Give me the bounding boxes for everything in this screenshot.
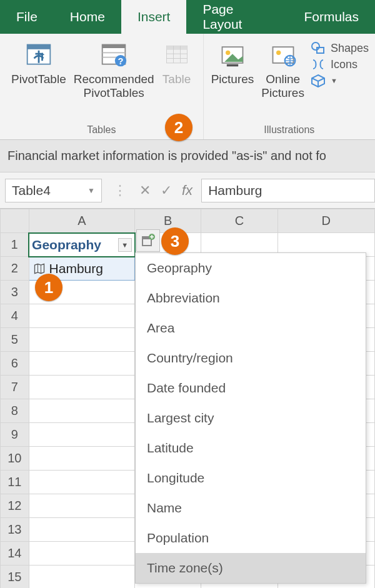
row-header[interactable]: 4 bbox=[1, 304, 29, 328]
cell[interactable]: Geopraphy▼ bbox=[29, 233, 135, 257]
icons-button[interactable]: Icons bbox=[311, 57, 369, 71]
column-header-c[interactable]: C bbox=[201, 209, 278, 233]
cell[interactable] bbox=[29, 304, 135, 328]
svg-point-16 bbox=[226, 51, 230, 55]
dropdown-item[interactable]: Time zone(s) bbox=[136, 553, 366, 583]
cell[interactable] bbox=[29, 566, 135, 589]
column-header-a[interactable]: A bbox=[29, 209, 135, 233]
select-all-corner[interactable] bbox=[1, 209, 29, 233]
svg-rect-18 bbox=[227, 64, 238, 67]
row-header[interactable]: 11 bbox=[1, 471, 29, 494]
dropdown-item[interactable]: Population bbox=[136, 523, 366, 553]
pivottable-button[interactable]: PivotTable bbox=[8, 37, 70, 124]
cell[interactable] bbox=[29, 471, 135, 494]
tab-page-layout[interactable]: Page Layout bbox=[186, 0, 288, 34]
row-header[interactable]: 3 bbox=[1, 281, 29, 304]
dropdown-item[interactable]: Area bbox=[136, 313, 366, 343]
cell[interactable] bbox=[29, 399, 135, 423]
dropdown-item[interactable]: Date founded bbox=[136, 373, 366, 403]
insert-data-column-button[interactable] bbox=[136, 229, 160, 252]
annotation-badge-2: 2 bbox=[165, 114, 192, 141]
shapes-icon bbox=[311, 41, 326, 55]
tab-insert[interactable]: Insert bbox=[121, 0, 187, 34]
column-header-d[interactable]: D bbox=[278, 209, 375, 233]
fx-label[interactable]: fx bbox=[177, 182, 198, 199]
online-pictures-icon bbox=[268, 40, 298, 70]
row-header[interactable]: 7 bbox=[1, 376, 29, 399]
row-header[interactable]: 12 bbox=[1, 494, 29, 518]
3d-models-button[interactable]: ▼ bbox=[311, 74, 369, 87]
online-pictures-button[interactable]: Online Pictures bbox=[258, 37, 308, 124]
dropdown-item[interactable]: Geopraphy bbox=[136, 253, 366, 283]
data-type-fields-menu: GeopraphyAbbreviationAreaCountry/regionD… bbox=[135, 252, 366, 584]
formula-bar-input[interactable]: Hamburg bbox=[201, 179, 375, 202]
pivottable-label: PivotTable bbox=[11, 72, 66, 86]
cancel-formula-button[interactable]: ✕ bbox=[134, 182, 156, 199]
tab-formulas[interactable]: Formulas bbox=[288, 0, 375, 34]
svg-rect-1 bbox=[28, 45, 51, 49]
table-button[interactable]: Table bbox=[158, 37, 196, 124]
row-header[interactable]: 9 bbox=[1, 423, 29, 447]
filter-dropdown-button[interactable]: ▼ bbox=[118, 238, 132, 252]
message-bar: Financial market information is provided… bbox=[0, 140, 375, 172]
table-icon bbox=[162, 40, 192, 70]
dropdown-item[interactable]: Abbreviation bbox=[136, 283, 366, 313]
row-header[interactable]: 6 bbox=[1, 352, 29, 376]
row-header[interactable]: 15 bbox=[1, 566, 29, 589]
pictures-button[interactable]: Pictures bbox=[208, 37, 258, 124]
chevron-down-icon: ▼ bbox=[331, 77, 338, 84]
svg-point-20 bbox=[276, 51, 281, 55]
row-header[interactable]: 1 bbox=[1, 233, 29, 257]
cell[interactable] bbox=[29, 423, 135, 447]
chevron-down-icon: ▼ bbox=[88, 186, 95, 195]
svg-rect-23 bbox=[317, 47, 324, 53]
add-column-icon bbox=[141, 233, 156, 248]
accept-formula-button[interactable]: ✓ bbox=[156, 182, 177, 199]
shapes-label: Shapes bbox=[331, 42, 369, 55]
row-header[interactable]: 13 bbox=[1, 518, 29, 542]
cell[interactable] bbox=[29, 376, 135, 399]
svg-rect-10 bbox=[166, 46, 187, 49]
shapes-button[interactable]: Shapes bbox=[311, 41, 369, 55]
name-box-value: Table4 bbox=[12, 183, 51, 198]
recommended-pivottables-button[interactable]: ? Recommended PivotTables bbox=[70, 37, 158, 124]
icons-label: Icons bbox=[331, 58, 358, 71]
dropdown-item[interactable]: Country/region bbox=[136, 343, 366, 373]
table-header-label: Geopraphy bbox=[32, 237, 101, 252]
online-pictures-label: Online Pictures bbox=[261, 72, 304, 100]
table-label: Table bbox=[162, 72, 191, 86]
row-header[interactable]: 10 bbox=[1, 447, 29, 471]
row-header[interactable]: 5 bbox=[1, 328, 29, 352]
annotation-badge-3: 3 bbox=[161, 227, 189, 255]
annotation-badge-1: 1 bbox=[35, 274, 62, 301]
cell[interactable] bbox=[29, 328, 135, 352]
spreadsheet-grid: A B C D 1Geopraphy▼2Hamburg3456789101112… bbox=[0, 209, 375, 588]
svg-text:?: ? bbox=[118, 56, 124, 66]
ribbon-group-illustrations: Pictures Online Pictures Shapes Icons bbox=[204, 34, 375, 139]
cube-icon bbox=[311, 74, 326, 87]
cell[interactable] bbox=[29, 447, 135, 471]
ribbon-tabs: File Home Insert Page Layout Formulas bbox=[0, 0, 375, 34]
cell[interactable] bbox=[29, 518, 135, 542]
tab-home[interactable]: Home bbox=[54, 0, 121, 34]
dropdown-item[interactable]: Name bbox=[136, 493, 366, 523]
divider: ⋮ bbox=[107, 182, 134, 199]
dropdown-item[interactable]: Largest city bbox=[136, 403, 366, 433]
cell[interactable] bbox=[29, 494, 135, 518]
dropdown-item[interactable]: Latitude bbox=[136, 433, 366, 463]
group-label-illustrations: Illustrations bbox=[264, 124, 314, 138]
svg-rect-4 bbox=[102, 45, 126, 49]
formula-bar: Table4 ▼ ⋮ ✕ ✓ fx Hamburg bbox=[0, 172, 375, 209]
row-header[interactable]: 8 bbox=[1, 399, 29, 423]
dropdown-item[interactable]: Longitude bbox=[136, 463, 366, 493]
group-label-tables: Tables bbox=[87, 124, 116, 138]
recommended-pivottables-label: Recommended PivotTables bbox=[74, 72, 154, 100]
cell[interactable] bbox=[29, 542, 135, 566]
cell[interactable] bbox=[29, 352, 135, 376]
row-header[interactable]: 14 bbox=[1, 542, 29, 566]
tab-file[interactable]: File bbox=[0, 0, 54, 34]
name-box[interactable]: Table4 ▼ bbox=[5, 179, 102, 202]
illustrations-extra: Shapes Icons ▼ bbox=[308, 37, 371, 124]
map-icon bbox=[33, 262, 46, 275]
row-header[interactable]: 2 bbox=[1, 257, 29, 281]
